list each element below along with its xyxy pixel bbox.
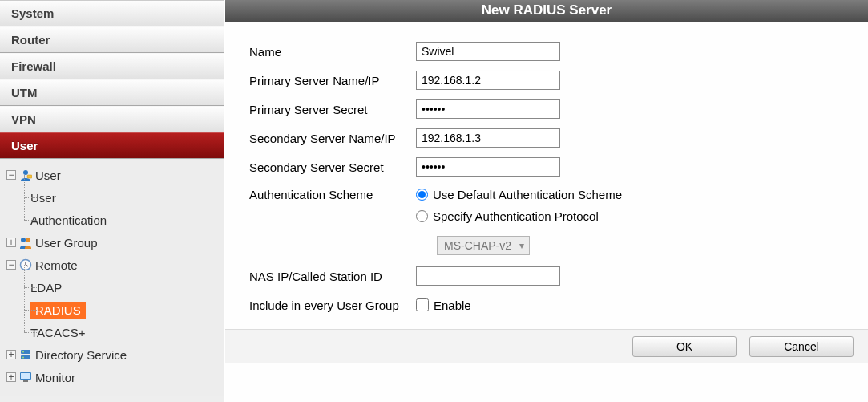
label-secondary-secret: Secondary Server Secret xyxy=(249,160,416,174)
label-name: Name xyxy=(249,45,416,59)
secondary-ip-input[interactable] xyxy=(416,128,560,148)
chevron-down-icon: ▾ xyxy=(519,240,524,251)
auth-protocol-select: MS-CHAP-v2 ▾ xyxy=(437,236,530,255)
svg-point-2 xyxy=(21,238,26,242)
tree-node-user-user[interactable]: User xyxy=(24,186,224,209)
include-enable-label: Enable xyxy=(434,298,471,312)
expand-icon[interactable]: + xyxy=(6,372,16,382)
nav-system[interactable]: System xyxy=(0,0,224,26)
ok-button[interactable]: OK xyxy=(632,336,737,357)
svg-rect-6 xyxy=(21,355,30,359)
nas-input[interactable] xyxy=(416,266,560,286)
auth-default-radio[interactable] xyxy=(416,189,428,201)
svg-rect-11 xyxy=(23,380,28,382)
sidebar: System Router Firewall UTM VPN User − Us… xyxy=(0,0,224,402)
server-icon xyxy=(19,348,32,361)
tree-label: Monitor xyxy=(35,371,75,384)
tree-node-directory-service[interactable]: + Directory Service xyxy=(6,343,224,366)
svg-point-3 xyxy=(26,238,30,242)
tree-node-radius[interactable]: RADIUS xyxy=(24,298,224,321)
secondary-secret-input[interactable] xyxy=(416,157,560,177)
auth-specify-label: Specify Authentication Protocol xyxy=(433,209,599,223)
nav-router[interactable]: Router xyxy=(0,26,224,53)
svg-point-8 xyxy=(22,357,24,359)
label-auth-scheme: Authentication Scheme xyxy=(249,185,416,201)
tree-node-tacacs[interactable]: TACACS+ xyxy=(24,321,224,343)
auth-specify-radio[interactable] xyxy=(416,210,428,222)
tree-label: User xyxy=(30,191,56,205)
label-include: Include in every User Group xyxy=(249,298,416,312)
group-icon xyxy=(19,236,32,249)
tree-node-monitor[interactable]: + Monitor xyxy=(6,366,224,388)
main-panel: New RADIUS Server Name Primary Server Na… xyxy=(224,0,868,402)
name-input[interactable] xyxy=(416,42,560,61)
expand-icon[interactable]: + xyxy=(6,238,16,247)
nav-user-tree: − User User Authentication + xyxy=(0,159,224,396)
tree-node-authentication[interactable]: Authentication xyxy=(24,209,224,231)
svg-rect-10 xyxy=(21,373,30,379)
tree-node-user[interactable]: − User xyxy=(6,164,224,186)
collapse-icon[interactable]: − xyxy=(6,170,16,180)
collapse-icon[interactable]: − xyxy=(6,260,16,270)
nav-utm[interactable]: UTM xyxy=(0,79,224,106)
nav-vpn[interactable]: VPN xyxy=(0,106,224,132)
primary-ip-input[interactable] xyxy=(416,71,560,90)
label-nas: NAS IP/Called Station ID xyxy=(249,270,416,283)
svg-rect-1 xyxy=(27,175,32,178)
nav-firewall[interactable]: Firewall xyxy=(0,53,224,79)
clock-icon xyxy=(19,258,32,271)
monitor-icon xyxy=(19,371,32,384)
tree-label: Remote xyxy=(35,258,78,272)
tree-node-ldap[interactable]: LDAP xyxy=(24,276,224,298)
label-primary-ip: Primary Server Name/IP xyxy=(249,74,416,87)
label-primary-secret: Primary Server Secret xyxy=(249,103,416,116)
auth-specify-option[interactable]: Specify Authentication Protocol xyxy=(416,209,622,223)
tree-label: LDAP xyxy=(30,281,62,294)
nav-user[interactable]: User xyxy=(0,132,224,159)
primary-secret-input[interactable] xyxy=(416,99,560,119)
include-enable-option[interactable]: Enable xyxy=(416,298,471,312)
tree-label: RADIUS xyxy=(35,303,81,317)
svg-point-7 xyxy=(22,351,24,353)
tree-label: User xyxy=(35,169,61,182)
label-secondary-ip: Secondary Server Name/IP xyxy=(249,132,416,145)
include-enable-checkbox[interactable] xyxy=(416,298,429,311)
auth-protocol-value: MS-CHAP-v2 xyxy=(444,239,511,252)
tree-node-remote[interactable]: − Remote xyxy=(6,254,224,276)
tree-label: Authentication xyxy=(30,213,107,227)
auth-default-label: Use Default Authentication Scheme xyxy=(433,188,622,201)
tree-label: TACACS+ xyxy=(30,326,86,339)
cancel-button[interactable]: Cancel xyxy=(749,336,854,357)
svg-rect-5 xyxy=(21,350,30,354)
auth-default-option[interactable]: Use Default Authentication Scheme xyxy=(416,188,622,201)
expand-icon[interactable]: + xyxy=(6,350,16,359)
tree-label: Directory Service xyxy=(35,348,127,362)
panel-title: New RADIUS Server xyxy=(225,0,868,22)
button-bar: OK Cancel xyxy=(225,329,868,363)
tree-label: User Group xyxy=(35,236,98,250)
tree-node-user-group[interactable]: + User Group xyxy=(6,231,224,254)
user-icon xyxy=(19,169,32,181)
